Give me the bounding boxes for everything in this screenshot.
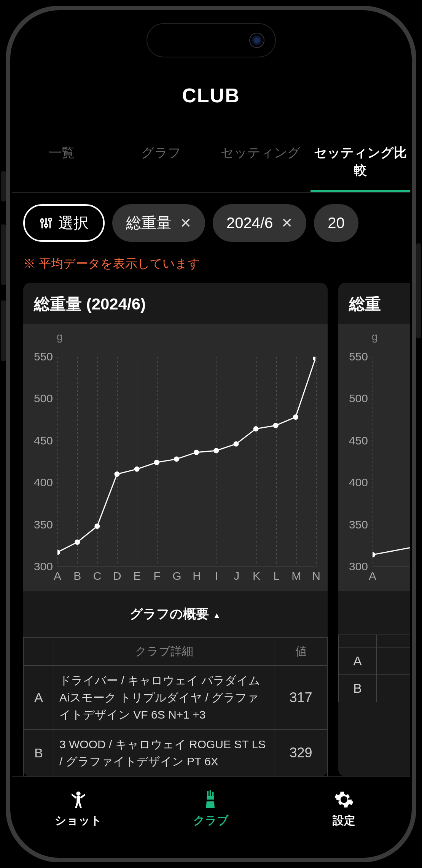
nav-settings[interactable]: 設定 [277,777,410,841]
svg-point-14 [213,448,219,453]
svg-point-8 [94,524,100,529]
svg-point-9 [114,471,119,477]
chip-label: 2024/6 [226,214,273,232]
chart-title-partial: 総重 [338,294,410,324]
svg-point-21 [76,792,80,796]
summary-label: グラフの概要 [130,606,209,621]
y-tick-label: 500 [338,392,368,405]
svg-point-12 [174,456,179,462]
svg-rect-22 [206,800,215,801]
x-tick-label: G [172,570,181,582]
x-tick-label: E [133,570,141,582]
row-desc [377,647,411,675]
row-letter: B [24,730,54,776]
nav-club[interactable]: クラブ [145,777,277,841]
row-desc [377,675,411,702]
chip-label: 20 [328,214,345,232]
row-desc: ドライバー / キャロウェイ パラダイムAiスモーク トリプルダイヤ / グラフ… [54,666,274,730]
x-tick-label: K [253,570,260,582]
row-letter: B [339,675,377,702]
data-table-peek: A B [338,635,410,702]
y-axis-unit: g [338,331,409,343]
x-tick-label: L [273,570,280,582]
th-value: 値 [274,638,328,666]
x-tick-label: B [73,570,81,582]
filter-chip-partial[interactable]: 20 [314,204,358,242]
filter-chip-weight[interactable]: 総重量 ✕ [112,204,205,242]
svg-point-16 [253,426,259,432]
phone-frame: CLUB 一覧 グラフ セッティング セッティング比較 選択 総重量 ✕ 202… [6,6,416,862]
svg-point-10 [134,467,140,472]
y-axis-unit: g [23,331,322,343]
y-tick-label: 300 [338,560,368,573]
chart-cards-scroll[interactable]: 総重量 (2024/6) g 300350400450500550ABCDEFG… [12,283,410,776]
svg-point-13 [194,450,199,455]
app-screen: CLUB 一覧 グラフ セッティング セッティング比較 選択 総重量 ✕ 202… [12,12,410,856]
table-row: B 3 WOOD / キャロウェイ ROGUE ST LS / グラファイトデザ… [24,730,328,776]
tab-setting-compare[interactable]: セッティング比較 [311,133,410,192]
y-tick-label: 450 [23,434,53,447]
y-tick-label: 300 [23,560,53,573]
dynamic-island [147,23,276,57]
y-tick-label: 500 [23,392,53,405]
nav-label: ショット [55,813,102,828]
x-tick-label: F [153,570,160,582]
filter-chip-date[interactable]: 2024/6 ✕ [213,204,306,242]
tab-bar: 一覧 グラフ セッティング セッティング比較 [12,133,410,193]
summary-toggle[interactable]: グラフの概要 ▲ [23,591,328,637]
x-tick-label: A [54,570,61,582]
nav-label: クラブ [193,813,229,828]
chart-card-main: 総重量 (2024/6) g 300350400450500550ABCDEFG… [23,283,328,776]
line-chart-peek: 300350400450500550A [338,343,409,586]
close-icon[interactable]: ✕ [180,215,191,231]
chip-label: 総重量 [126,213,172,233]
y-tick-label: 550 [338,350,368,363]
table-row: A [339,647,411,675]
line-chart: 300350400450500550ABCDEFGHIJKLMN [23,343,322,586]
x-tick-label: D [113,570,121,582]
th-blank [24,638,54,666]
svg-point-5 [49,218,52,221]
summary-toggle[interactable] [338,591,410,635]
page-title: CLUB [12,65,410,133]
golf-bag-icon [201,789,221,810]
nav-label: 設定 [333,813,355,828]
th-blank [339,635,377,647]
bottom-nav: ショット クラブ 設定 [12,776,410,856]
filter-row: 選択 総重量 ✕ 2024/6 ✕ 20 [12,193,410,251]
y-tick-label: 350 [23,518,53,531]
front-camera-icon [249,33,264,48]
sliders-icon [39,216,53,230]
caret-up-icon: ▲ [213,611,221,620]
table-row: A ドライバー / キャロウェイ パラダイムAiスモーク トリプルダイヤ / グ… [24,666,328,730]
svg-point-11 [154,460,159,465]
y-tick-label: 350 [338,518,368,531]
x-tick-label: M [291,570,301,582]
svg-point-6 [57,549,60,555]
svg-point-19 [313,357,315,361]
chart-title: 総重量 (2024/6) [23,294,328,324]
svg-point-15 [233,441,239,447]
row-value: 317 [274,666,328,730]
table-row: B [339,675,411,702]
svg-point-18 [293,414,298,420]
row-value: 329 [274,730,328,776]
th-blank [377,635,411,647]
select-button[interactable]: 選択 [23,204,105,242]
row-letter: A [339,647,377,675]
data-table: クラブ詳細 値 A ドライバー / キャロウェイ パラダイムAiスモーク トリプ… [23,637,328,776]
tab-graph[interactable]: グラフ [111,133,211,192]
close-icon[interactable]: ✕ [281,215,293,231]
svg-point-3 [45,224,48,227]
golfer-icon [68,789,89,810]
row-letter: A [24,666,54,730]
nav-shot[interactable]: ショット [12,777,145,841]
tab-list[interactable]: 一覧 [12,133,111,192]
x-tick-label: A [369,570,376,582]
y-tick-label: 550 [23,350,53,363]
tab-setting[interactable]: セッティング [211,133,311,192]
y-tick-label: 400 [23,476,53,489]
x-tick-label: C [93,570,102,582]
x-tick-label: H [193,570,201,582]
th-detail: クラブ詳細 [54,638,274,666]
